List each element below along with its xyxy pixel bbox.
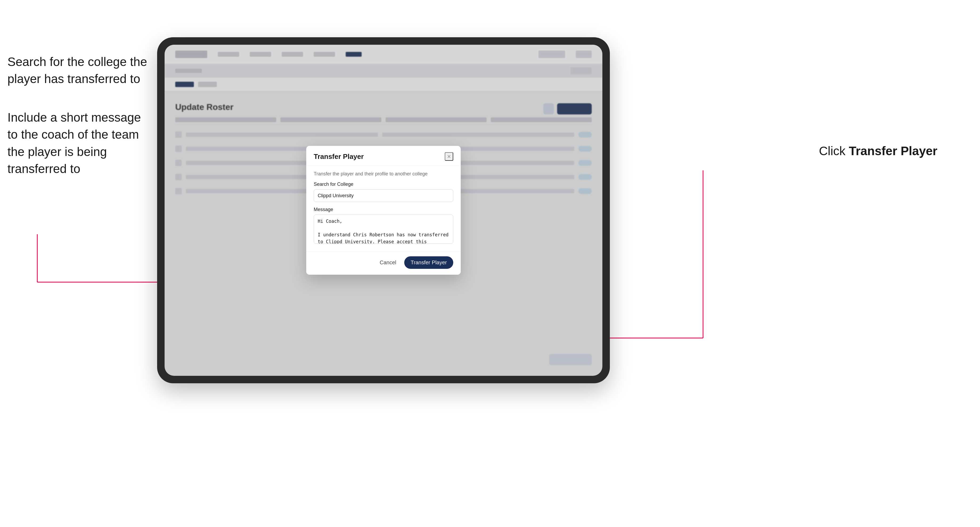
cancel-button[interactable]: Cancel [375, 257, 401, 268]
annotation-transfer-bold: Transfer Player [849, 144, 937, 158]
modal-header: Transfer Player × [306, 146, 461, 166]
modal-footer: Cancel Transfer Player [306, 251, 461, 275]
annotation-left: Search for the college the player has tr… [8, 53, 149, 177]
modal-body: Transfer the player and their profile to… [306, 166, 461, 251]
modal-subtitle: Transfer the player and their profile to… [314, 171, 453, 177]
annotation-message-text: Include a short message to the coach of … [8, 109, 149, 178]
modal-title: Transfer Player [314, 152, 364, 161]
annotation-click-text: Click [819, 144, 849, 158]
search-college-label: Search for College [314, 181, 453, 187]
tablet-device: Update Roster [157, 37, 610, 383]
message-label: Message [314, 207, 453, 213]
search-college-input[interactable] [314, 189, 453, 202]
modal-overlay: Transfer Player × Transfer the player an… [165, 45, 602, 376]
modal-close-button[interactable]: × [445, 152, 453, 161]
transfer-player-button[interactable]: Transfer Player [404, 256, 453, 269]
message-textarea[interactable] [314, 214, 453, 244]
transfer-player-modal: Transfer Player × Transfer the player an… [306, 146, 461, 275]
tablet-outer: Update Roster [157, 37, 610, 383]
annotation-search-text: Search for the college the player has tr… [8, 53, 149, 87]
tablet-screen: Update Roster [165, 45, 602, 376]
annotation-right: Click Transfer Player [819, 144, 937, 158]
